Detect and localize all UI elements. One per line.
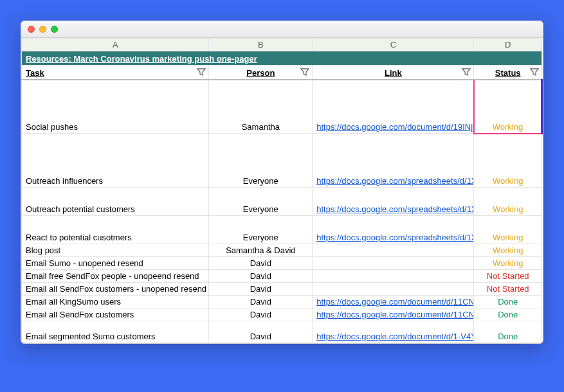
filter-icon[interactable] [300,68,309,76]
table-row: Email all KingSumo usersDavidhttps://doc… [22,296,542,308]
cell-task[interactable]: Email all SendFox customers - unopened r… [22,283,209,296]
cell-task[interactable]: Email all KingSumo users [22,296,209,308]
cell-status[interactable]: Working [474,134,542,188]
table-header-row: Task Person Link Status [22,66,542,80]
cell-link[interactable]: https://docs.google.com/document/d/11CNT… [313,308,474,321]
link-text[interactable]: https://docs.google.com/spreadsheets/d/1… [316,233,474,242]
cell-person[interactable]: David [209,257,313,270]
header-link[interactable]: Link [313,66,474,80]
header-status[interactable]: Status [474,66,542,80]
column-header-c[interactable]: C [313,39,474,51]
column-header-d[interactable]: D [474,39,542,51]
header-link-label: Link [385,68,402,78]
spreadsheet-window: A B C D Resources: March Coronavirus mar… [21,21,543,344]
link-text[interactable]: https://docs.google.com/spreadsheets/d/1… [316,204,474,214]
table-row: Outreach potential customersEveryonehttp… [22,188,542,216]
cell-status[interactable]: Working [474,257,542,270]
table-row: Email all SendFox customers - unopened r… [22,283,542,296]
cell-link[interactable]: https://docs.google.com/spreadsheets/d/1… [313,134,474,188]
table-row: Outreach influencersEveryonehttps://docs… [22,134,542,188]
sheet-title-row: Resources: March Coronavirus marketing p… [22,51,542,66]
cell-task[interactable]: Outreach influencers [22,134,209,188]
cell-person[interactable]: Everyone [209,134,313,188]
cell-task[interactable]: Outreach potential customers [22,188,209,216]
cell-status[interactable]: Not Started [474,283,542,296]
cell-person[interactable]: David [209,270,313,283]
cell-task[interactable]: Email Sumo - unopened resend [22,257,209,270]
cell-task[interactable]: Email free SendFox people - unopeend res… [22,270,209,283]
header-person[interactable]: Person [209,66,313,80]
table-row: Blog postSamantha & DavidWorking [22,244,542,257]
table-row: Social pushesSamanthahttps://docs.google… [22,80,542,134]
cell-person[interactable]: David [209,308,313,321]
header-person-label: Person [246,68,275,78]
cell-status[interactable]: Done [474,308,542,321]
table-row: React to potential cusotmersEveryonehttp… [22,216,542,244]
cell-task[interactable]: React to potential cusotmers [22,216,209,244]
cell-link[interactable] [313,270,474,283]
header-status-label: Status [495,68,521,78]
cell-person[interactable]: Everyone [209,216,313,244]
cell-link[interactable]: https://docs.google.com/document/d/1-V4Y… [313,321,474,343]
cell-link[interactable] [313,283,474,296]
cell-link[interactable]: https://docs.google.com/spreadsheets/d/1… [313,216,474,244]
cell-link[interactable]: https://docs.google.com/spreadsheets/d/1… [313,188,474,216]
link-text[interactable]: https://docs.google.com/spreadsheets/d/1… [316,176,474,186]
sheet-title-cell[interactable]: Resources: March Coronavirus marketing p… [22,51,542,66]
cell-task[interactable]: Email segmented Sumo customers [22,321,209,343]
cell-person[interactable]: Everyone [209,188,313,216]
spreadsheet-grid[interactable]: A B C D Resources: March Coronavirus mar… [21,38,543,343]
cell-person[interactable]: David [209,283,313,296]
cell-person[interactable]: Samantha & David [209,244,313,257]
cell-task[interactable]: Email all SendFox customers [22,308,209,321]
header-task[interactable]: Task [22,66,209,80]
cell-person[interactable]: David [209,296,313,308]
cell-status[interactable]: Not Started [474,270,542,283]
filter-icon[interactable] [462,68,471,76]
cell-status[interactable]: Done [474,296,542,308]
cell-link[interactable]: https://docs.google.com/document/d/19INj… [313,80,474,134]
window-maximize-button[interactable] [51,26,58,33]
filter-icon[interactable] [197,68,206,76]
cell-person[interactable]: Samantha [209,80,313,134]
link-text[interactable]: https://docs.google.com/document/d/19INj… [316,122,474,132]
link-text[interactable]: https://docs.google.com/document/d/11CNT… [316,297,474,307]
window-minimize-button[interactable] [39,26,46,33]
filter-icon[interactable] [530,68,539,76]
table-row: Email Sumo - unopened resendDavidWorking [22,257,542,270]
link-text[interactable]: https://docs.google.com/document/d/1-V4Y… [316,332,474,341]
cell-link[interactable] [313,257,474,270]
cell-link[interactable]: https://docs.google.com/document/d/11CNT… [313,296,474,308]
cell-status[interactable]: Working [474,244,542,257]
table-row: Email segmented Sumo customersDavidhttps… [22,321,542,343]
table-row: Email free SendFox people - unopeend res… [22,270,542,283]
column-header-row: A B C D [22,39,542,51]
cell-status[interactable]: Working [474,80,542,134]
cell-link[interactable] [313,244,474,257]
window-close-button[interactable] [28,26,35,33]
column-header-a[interactable]: A [22,39,209,51]
link-text[interactable]: https://docs.google.com/document/d/11CNT… [316,310,474,319]
column-header-b[interactable]: B [209,39,313,51]
table-row: Email all SendFox customersDavidhttps://… [22,308,542,321]
window-titlebar [21,21,543,38]
cell-person[interactable]: David [209,321,313,343]
cell-status[interactable]: Working [474,216,542,244]
cell-status[interactable]: Done [474,321,542,343]
cell-task[interactable]: Blog post [22,244,209,257]
cell-status[interactable]: Working [474,188,542,216]
header-task-label: Task [26,68,44,78]
cell-task[interactable]: Social pushes [22,80,209,134]
